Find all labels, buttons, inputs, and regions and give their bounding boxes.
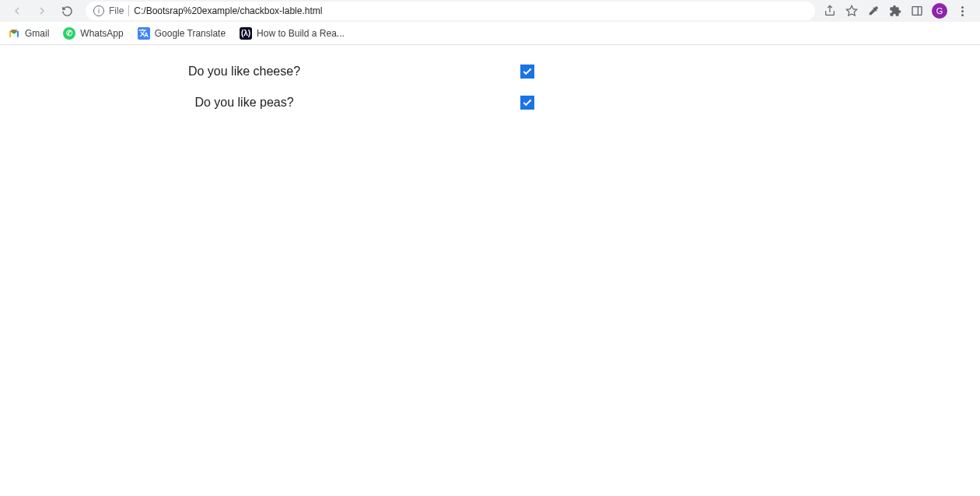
info-icon: i [93,5,104,16]
bookmark-gmail[interactable]: Gmail [8,27,49,40]
google-translate-icon [138,27,150,40]
share-icon[interactable] [823,4,837,18]
check-icon [522,66,533,77]
form-label: Do you like cheese? [0,65,488,79]
checkbox-peas[interactable] [520,96,534,110]
address-bar[interactable]: i File C:/Bootsrap%20example/chackbox-la… [86,2,815,20]
bookmarks-bar: Gmail ✆ WhatsApp Google Translate (λ) Ho… [0,22,980,45]
page-content: Do you like cheese? Do you like peas? [0,45,980,129]
avatar-letter: G [936,6,943,16]
star-icon[interactable] [845,4,859,18]
bookmark-label: WhatsApp [80,28,123,39]
profile-avatar[interactable]: G [932,3,947,19]
check-icon [522,97,533,108]
extensions-icon[interactable] [888,4,902,18]
form-row-cheese: Do you like cheese? [0,56,980,87]
bookmark-label: Gmail [25,28,49,39]
bookmark-google-translate[interactable]: Google Translate [138,27,226,40]
whatsapp-icon: ✆ [63,27,75,40]
gmail-icon [8,27,20,40]
browser-toolbar: i File C:/Bootsrap%20example/chackbox-la… [0,0,980,22]
bookmark-freecodecamp[interactable]: (λ) How to Build a Rea... [240,27,345,40]
panel-icon[interactable] [910,4,924,18]
forward-button[interactable] [31,0,53,22]
bookmark-whatsapp[interactable]: ✆ WhatsApp [63,27,123,40]
toolbar-right: G [823,3,974,19]
freecodecamp-icon: (λ) [240,27,252,40]
bookmark-label: How to Build a Rea... [257,28,345,39]
back-button[interactable] [6,0,28,22]
bookmark-label: Google Translate [155,28,226,39]
checkbox-cheese[interactable] [520,65,534,79]
reload-button[interactable] [56,0,78,22]
address-prefix: File [109,5,129,16]
form-row-peas: Do you like peas? [0,87,980,118]
form-label: Do you like peas? [0,96,488,110]
eyedropper-icon[interactable] [866,4,880,18]
svg-marker-0 [846,5,856,16]
svg-rect-1 [912,7,922,16]
address-url: C:/Bootsrap%20example/chackbox-lable.htm… [134,5,322,16]
menu-icon[interactable] [955,4,969,18]
